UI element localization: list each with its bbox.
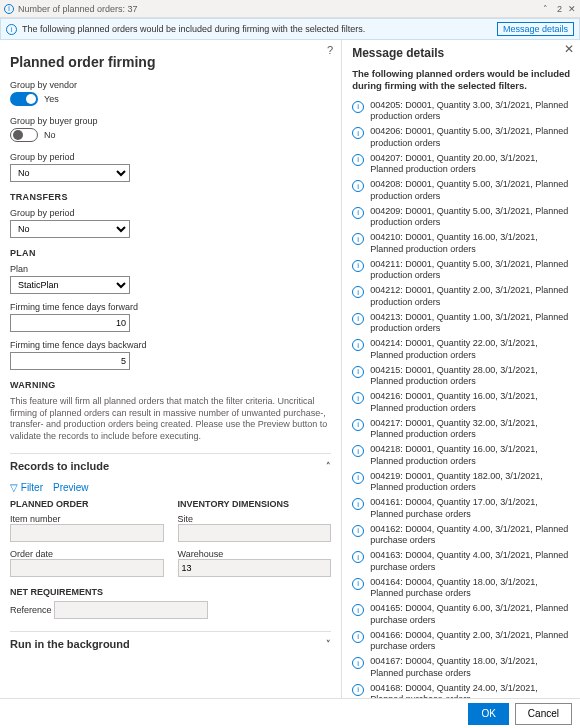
message-text: 004217: D0001, Quantity 32.00, 3/1/2021,… — [370, 418, 572, 441]
info-icon: i — [352, 419, 364, 431]
info-icon: i — [352, 578, 364, 590]
message-text: 004164: D0004, Quantity 18.00, 3/1/2021,… — [370, 577, 572, 600]
message-item[interactable]: i004165: D0004, Quantity 6.00, 3/1/2021,… — [352, 603, 572, 626]
info-icon: i — [352, 525, 364, 537]
help-icon[interactable]: ? — [327, 44, 333, 56]
info-icon: i — [352, 392, 364, 404]
ftf-backward-input[interactable] — [10, 352, 130, 370]
message-text: 004207: D0001, Quantity 20.00, 3/1/2021,… — [370, 153, 572, 176]
warehouse-input[interactable] — [178, 559, 332, 577]
info-icon: i — [352, 339, 364, 351]
transfers-group-by-period-select[interactable]: No — [10, 220, 130, 238]
reference-input[interactable] — [54, 601, 208, 619]
group-by-buyer-toggle[interactable] — [10, 128, 38, 142]
info-icon: i — [352, 154, 364, 166]
message-list[interactable]: i004205: D0001, Quantity 3.00, 3/1/2021,… — [352, 100, 576, 727]
message-text: 004165: D0004, Quantity 6.00, 3/1/2021, … — [370, 603, 572, 626]
group-by-period-select[interactable]: No — [10, 164, 130, 182]
ftf-forward-input[interactable] — [10, 314, 130, 332]
inv-dim-header: INVENTORY DIMENSIONS — [178, 499, 332, 509]
info-icon: i — [352, 445, 364, 457]
close-icon[interactable]: ✕ — [568, 4, 576, 14]
message-item[interactable]: i004164: D0004, Quantity 18.00, 3/1/2021… — [352, 577, 572, 600]
run-background-accordion[interactable]: Run in the background ˅ — [10, 631, 331, 656]
message-text: 004210: D0001, Quantity 16.00, 3/1/2021,… — [370, 232, 572, 255]
preview-link[interactable]: Preview — [53, 482, 89, 493]
message-item[interactable]: i004205: D0001, Quantity 3.00, 3/1/2021,… — [352, 100, 572, 123]
message-item[interactable]: i004166: D0004, Quantity 2.00, 3/1/2021,… — [352, 630, 572, 653]
window-top-bar: i Number of planned orders: 37 ˄ 2 ✕ — [0, 0, 580, 18]
info-icon: i — [352, 313, 364, 325]
message-text: 004208: D0001, Quantity 5.00, 3/1/2021, … — [370, 179, 572, 202]
message-item[interactable]: i004210: D0001, Quantity 16.00, 3/1/2021… — [352, 232, 572, 255]
message-text: 004212: D0001, Quantity 2.00, 3/1/2021, … — [370, 285, 572, 308]
warning-text: This feature will firm all planned order… — [10, 396, 331, 443]
transfers-header: TRANSFERS — [10, 192, 331, 202]
info-icon: i — [352, 233, 364, 245]
message-details-panel: ✕ Message details The following planned … — [342, 40, 580, 727]
records-to-include-accordion[interactable]: Records to include ˄ — [10, 453, 331, 478]
message-item[interactable]: i004207: D0001, Quantity 20.00, 3/1/2021… — [352, 153, 572, 176]
message-text: 004209: D0001, Quantity 5.00, 3/1/2021, … — [370, 206, 572, 229]
page-title: Planned order firming — [10, 54, 331, 70]
message-item[interactable]: i004216: D0001, Quantity 16.00, 3/1/2021… — [352, 391, 572, 414]
nav-page-number: 2 — [557, 4, 562, 14]
message-item[interactable]: i004217: D0001, Quantity 32.00, 3/1/2021… — [352, 418, 572, 441]
message-text: 004216: D0001, Quantity 16.00, 3/1/2021,… — [370, 391, 572, 414]
count-label: Number of planned orders: 37 — [18, 4, 138, 14]
info-icon: i — [352, 180, 364, 192]
filter-link[interactable]: ▽ Filter — [10, 482, 43, 493]
warning-header: WARNING — [10, 380, 331, 390]
message-item[interactable]: i004219: D0001, Quantity 182.00, 3/1/202… — [352, 471, 572, 494]
site-label: Site — [178, 514, 194, 524]
chevron-up-icon: ˄ — [326, 461, 331, 471]
info-icon: i — [352, 551, 364, 563]
info-icon: i — [352, 101, 364, 113]
nav-up-icon[interactable]: ˄ — [543, 4, 548, 14]
message-text: 004166: D0004, Quantity 2.00, 3/1/2021, … — [370, 630, 572, 653]
ok-button[interactable]: OK — [468, 703, 508, 725]
message-item[interactable]: i004218: D0001, Quantity 16.00, 3/1/2021… — [352, 444, 572, 467]
item-number-input[interactable] — [10, 524, 164, 542]
info-icon: i — [352, 657, 364, 669]
message-item[interactable]: i004212: D0001, Quantity 2.00, 3/1/2021,… — [352, 285, 572, 308]
message-details-link[interactable]: Message details — [497, 22, 574, 36]
plan-label: Plan — [10, 264, 331, 274]
cancel-button[interactable]: Cancel — [515, 703, 572, 725]
message-item[interactable]: i004214: D0001, Quantity 22.00, 3/1/2021… — [352, 338, 572, 361]
order-date-label: Order date — [10, 549, 53, 559]
records-header: Records to include — [10, 460, 109, 472]
message-item[interactable]: i004213: D0001, Quantity 1.00, 3/1/2021,… — [352, 312, 572, 335]
toggle-state: No — [44, 130, 56, 140]
plan-header: PLAN — [10, 248, 331, 258]
message-item[interactable]: i004163: D0004, Quantity 4.00, 3/1/2021,… — [352, 550, 572, 573]
message-item[interactable]: i004162: D0004, Quantity 4.00, 3/1/2021,… — [352, 524, 572, 547]
info-icon: i — [352, 366, 364, 378]
message-item[interactable]: i004209: D0001, Quantity 5.00, 3/1/2021,… — [352, 206, 572, 229]
info-icon: i — [352, 684, 364, 696]
site-input[interactable] — [178, 524, 332, 542]
message-item[interactable]: i004211: D0001, Quantity 5.00, 3/1/2021,… — [352, 259, 572, 282]
group-by-period-label: Group by period — [10, 152, 331, 162]
plan-select[interactable]: StaticPlan — [10, 276, 130, 294]
message-item[interactable]: i004161: D0004, Quantity 17.00, 3/1/2021… — [352, 497, 572, 520]
info-icon: i — [352, 207, 364, 219]
info-icon: i — [352, 498, 364, 510]
message-item[interactable]: i004167: D0004, Quantity 18.00, 3/1/2021… — [352, 656, 572, 679]
order-date-input[interactable] — [10, 559, 164, 577]
form-panel: ? Planned order firming Group by vendor … — [0, 40, 342, 727]
ftf-backward-label: Firming time fence days backward — [10, 340, 331, 350]
info-icon: i — [4, 4, 14, 14]
message-item[interactable]: i004206: D0001, Quantity 5.00, 3/1/2021,… — [352, 126, 572, 149]
message-item[interactable]: i004208: D0001, Quantity 5.00, 3/1/2021,… — [352, 179, 572, 202]
net-req-header: NET REQUIREMENTS — [10, 587, 331, 597]
message-text: 004219: D0001, Quantity 182.00, 3/1/2021… — [370, 471, 572, 494]
info-icon: i — [352, 286, 364, 298]
message-item[interactable]: i004215: D0001, Quantity 28.00, 3/1/2021… — [352, 365, 572, 388]
message-text: 004218: D0001, Quantity 16.00, 3/1/2021,… — [370, 444, 572, 467]
group-by-vendor-toggle[interactable] — [10, 92, 38, 106]
close-icon[interactable]: ✕ — [564, 42, 574, 56]
message-text: 004167: D0004, Quantity 18.00, 3/1/2021,… — [370, 656, 572, 679]
message-text: 004215: D0001, Quantity 28.00, 3/1/2021,… — [370, 365, 572, 388]
ftf-forward-label: Firming time fence days forward — [10, 302, 331, 312]
